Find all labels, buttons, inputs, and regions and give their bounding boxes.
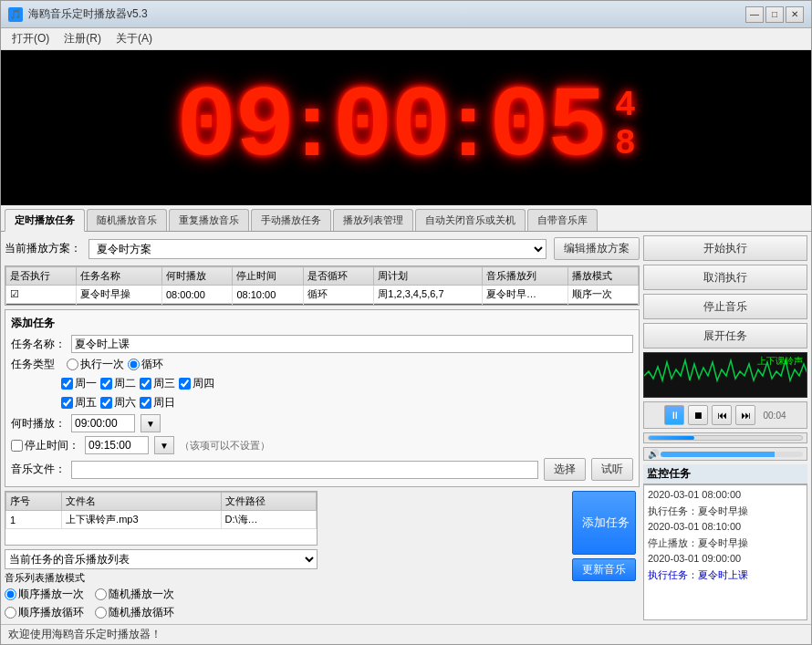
stop-time-dropdown[interactable]: ▼	[154, 436, 174, 454]
day-fri[interactable]: 周五	[61, 395, 97, 411]
log-line: 2020-03-01 09:00:00	[648, 551, 803, 567]
col-name: 任务名称	[77, 267, 162, 286]
mode-rand-loop[interactable]: 随机播放循环	[95, 605, 174, 620]
add-task-title: 添加任务	[11, 316, 633, 331]
table-row[interactable]: ☑ 夏令时上课 09:00:00 循环 周1,2,3,4,5,6,7 夏令时上……	[6, 304, 639, 307]
type-loop[interactable]: 循环	[128, 357, 163, 372]
menu-open[interactable]: 打开(O)	[5, 29, 57, 48]
progress-bar[interactable]	[648, 435, 803, 441]
progress-fill	[649, 436, 694, 440]
min-ones: 0	[391, 78, 448, 178]
stop-music-button[interactable]: 停止音乐	[643, 294, 807, 319]
tab-manual[interactable]: 手动播放任务	[251, 209, 331, 231]
prev-button[interactable]: ⏮	[712, 405, 732, 425]
app-icon: 🎵	[8, 7, 23, 22]
tab-auto-close[interactable]: 自动关闭音乐或关机	[415, 209, 526, 231]
progress-bar-wrap	[643, 432, 807, 443]
maximize-button[interactable]: □	[765, 6, 784, 23]
menu-about[interactable]: 关于(A)	[109, 29, 160, 48]
colon-2: :	[453, 78, 484, 169]
log-line: 停止播放：夏令时早操	[648, 536, 803, 552]
sec-ones: 5	[547, 78, 604, 178]
add-music-button[interactable]: 添加任务	[572, 491, 636, 555]
tab-music-lib[interactable]: 自带音乐库	[527, 209, 598, 231]
left-panel: 当前播放方案： 夏令时方案 编辑播放方案 是否执行 任务名称 何时播放 停止时间	[5, 235, 640, 620]
play-time-row: 何时播放： ▼	[11, 414, 633, 432]
waveform-label: 上下课铃声	[757, 355, 803, 368]
task-name-row: 任务名称：	[11, 335, 633, 353]
col-stoptime: 停止时间	[233, 267, 303, 286]
stop-time-check[interactable]: 停止时间：	[11, 438, 79, 453]
next-button[interactable]: ⏭	[735, 405, 755, 425]
stop-time-input[interactable]	[85, 436, 149, 454]
tab-playlist[interactable]: 播放列表管理	[333, 209, 413, 231]
tab-scheduled[interactable]: 定时播放任务	[5, 209, 85, 232]
volume-slider[interactable]	[661, 452, 803, 457]
clock-display: 0 9 : 0 0 : 0 5 4 8	[1, 50, 811, 205]
small-top: 4	[615, 87, 636, 125]
file-col-no: 序号	[6, 493, 62, 511]
table-row[interactable]: ☑ 夏令时早操 08:00:00 08:10:00 循环 周1,2,3,4,5,…	[6, 286, 639, 304]
play-mode-section: 音乐列表播放模式 顺序播放一次 随机播放一次	[5, 571, 318, 620]
right-bottom-add: 添加任务 更新音乐	[323, 491, 640, 620]
start-execute-button[interactable]: 开始执行	[643, 235, 807, 261]
day-tue[interactable]: 周二	[100, 376, 136, 391]
play-time-dropdown[interactable]: ▼	[141, 414, 161, 432]
music-list-select[interactable]: 当前任务的音乐播放列表	[5, 549, 318, 569]
log-line: 执行任务：夏令时早操	[648, 504, 803, 520]
stop-time-label: 停止时间：	[25, 438, 79, 453]
minimize-button[interactable]: —	[745, 6, 764, 23]
day-sat[interactable]: 周六	[100, 395, 136, 411]
day-wed[interactable]: 周三	[140, 376, 175, 391]
close-button[interactable]: ✕	[786, 6, 804, 23]
menu-bar: 打开(O) 注册(R) 关于(A)	[1, 28, 811, 50]
select-file-button[interactable]: 选择	[544, 458, 586, 481]
monitor-title: 监控任务	[643, 464, 807, 484]
play-time-label: 何时播放：	[11, 416, 66, 432]
monitor-section: 监控任务 2020-03-01 08:00:00 执行任务：夏令时早操 2020…	[643, 464, 807, 620]
mode-rand-once[interactable]: 随机播放一次	[95, 587, 174, 602]
clock-digits: 0 9 : 0 0 : 0 5 4 8	[176, 78, 636, 178]
hour-ones: 9	[234, 78, 291, 178]
menu-register[interactable]: 注册(R)	[57, 29, 109, 48]
title-bar: 🎵 海鸥音乐定时播放器v5.3 — □ ✕	[1, 1, 811, 28]
col-mode: 播放模式	[567, 267, 639, 286]
task-type-row: 任务类型 执行一次 循环	[11, 357, 633, 372]
status-bar: 欢迎使用海鸥音乐定时播放器！	[1, 624, 811, 644]
play-time-input[interactable]	[71, 414, 135, 432]
log-line: 2020-03-01 08:00:00	[648, 487, 803, 504]
plan-select[interactable]: 夏令时方案	[88, 239, 547, 259]
file-table: 序号 文件名 文件路径 1 上下课铃声.mp3 D:\海…	[5, 491, 318, 546]
tab-repeat[interactable]: 重复播放音乐	[169, 209, 249, 231]
play-button[interactable]: ⏸	[664, 405, 684, 425]
monitor-log: 2020-03-01 08:00:00 执行任务：夏令时早操 2020-03-0…	[648, 487, 803, 584]
day-mon[interactable]: 周一	[61, 376, 97, 391]
weekday-row2: 周五 周六 周日	[61, 395, 633, 411]
mode-seq-loop[interactable]: 顺序播放循环	[5, 605, 84, 620]
file-col-path: 文件路径	[221, 493, 317, 511]
stop-time-note: （该项可以不设置）	[180, 439, 270, 453]
volume-row: 🔊	[643, 447, 807, 461]
mode-seq-once[interactable]: 顺序播放一次	[5, 587, 84, 602]
update-music-button[interactable]: 更新音乐	[572, 558, 636, 581]
seconds-group: 0 5	[489, 78, 604, 178]
col-execute: 是否执行	[6, 267, 77, 286]
type-once[interactable]: 执行一次	[67, 357, 124, 372]
edit-plan-button[interactable]: 编辑播放方案	[554, 237, 640, 260]
music-file-label: 音乐文件：	[11, 462, 66, 477]
list-item[interactable]: 1 上下课铃声.mp3 D:\海…	[6, 511, 317, 529]
small-bottom: 8	[615, 125, 636, 163]
cancel-execute-button[interactable]: 取消执行	[643, 265, 807, 290]
task-name-input[interactable]	[71, 335, 633, 353]
day-thu[interactable]: 周四	[179, 376, 214, 391]
expand-task-button[interactable]: 展开任务	[643, 323, 807, 349]
preview-button[interactable]: 试听	[591, 458, 633, 481]
day-sun[interactable]: 周日	[140, 395, 175, 411]
waveform-display: 上下课铃声	[643, 352, 807, 398]
music-file-input[interactable]	[71, 461, 538, 479]
left-bottom: 序号 文件名 文件路径 1 上下课铃声.mp3 D:\海…	[5, 491, 318, 620]
log-line-highlight: 执行任务：夏令时上课	[648, 567, 803, 584]
stop-button[interactable]: ⏹	[688, 405, 708, 425]
app-title: 海鸥音乐定时播放器v5.3	[28, 6, 745, 22]
tab-random[interactable]: 随机播放音乐	[87, 209, 167, 231]
